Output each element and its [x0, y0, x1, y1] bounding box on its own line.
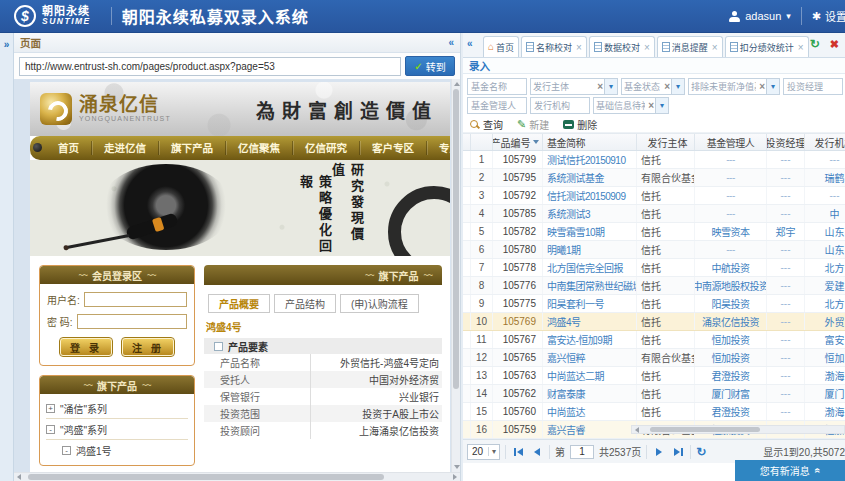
reload-grid-icon[interactable]: ↻: [696, 446, 706, 458]
fund-name-link[interactable]: 系统测试基金: [543, 169, 637, 186]
table-row[interactable]: 9105775阳昊套利一号信托阳昊投资---北方: [463, 295, 845, 313]
fund-name-link[interactable]: 中南集团常熟世纪磁城: [543, 277, 637, 294]
last-page-button[interactable]: [671, 445, 685, 459]
column-header[interactable]: 发行主体: [637, 134, 695, 150]
workspace-tab[interactable]: 消息提醒×: [657, 36, 723, 57]
page-size-select[interactable]: 20 ▾: [467, 444, 500, 460]
investment-manager-cell[interactable]: 郑宇: [767, 223, 805, 240]
issuing-institution-cell[interactable]: 中: [805, 205, 845, 222]
column-header[interactable]: 投资经理: [767, 134, 805, 150]
table-row[interactable]: 8105776中南集团常熟世纪磁城信托中南源地股权投资---爱建: [463, 277, 845, 295]
table-row[interactable]: 2105795系统测试基金有限合伙基金------瑞鹤: [463, 169, 845, 187]
expand-node-icon[interactable]: +: [46, 404, 55, 413]
collapse-panel-icon[interactable]: «: [448, 37, 454, 48]
grid-scroll-left-icon[interactable]: [635, 427, 639, 433]
issuing-institution-cell[interactable]: 山东: [805, 241, 845, 258]
site-nav-item[interactable]: 客户专区: [360, 141, 427, 155]
filter-input[interactable]: [467, 97, 527, 114]
search-toolbar-button[interactable]: 查询: [469, 117, 503, 132]
register-button[interactable]: 注 册: [122, 338, 174, 356]
workspace-tab[interactable]: 扣分绩效统计×: [725, 36, 809, 57]
table-row[interactable]: 10105769鸿盛4号信托涌泉亿信投资---外贸: [463, 313, 845, 331]
fund-name-link[interactable]: 中尚蓝达二期: [543, 367, 637, 384]
table-row[interactable]: 5105782映雪霜雪10期信托映雪资本郑宇山东: [463, 223, 845, 241]
combobox-input[interactable]: [689, 82, 758, 92]
column-header[interactable]: 产品编号: [493, 134, 543, 150]
tree-node[interactable]: +"涌信"系列: [46, 398, 188, 419]
site-nav-item[interactable]: 亿信聚焦: [226, 141, 293, 155]
fund-name-link[interactable]: 鸿盛4号: [543, 313, 637, 330]
detail-tab[interactable]: 产品概要: [208, 294, 270, 313]
next-page-button[interactable]: [652, 445, 666, 459]
table-row[interactable]: 1105799测试信托20150910信托---------: [463, 151, 845, 169]
column-header[interactable]: 发行机构: [805, 134, 845, 150]
combobox-arrow-icon[interactable]: ▾: [671, 79, 684, 94]
issuing-institution-cell[interactable]: 山东: [805, 223, 845, 240]
password-field[interactable]: [77, 314, 187, 329]
fund-name-link[interactable]: 嘉兴吉睿: [543, 421, 637, 438]
table-row[interactable]: 7105778北方国信完全回报信托中航投资---北方: [463, 259, 845, 277]
issuing-institution-cell[interactable]: 渤海: [805, 367, 845, 384]
detail-tab[interactable]: (申)认购流程: [340, 294, 419, 313]
close-tab-icon[interactable]: ✖: [830, 39, 839, 50]
user-menu[interactable]: adasun ▾: [729, 10, 791, 22]
fund-name-link[interactable]: 阳昊套利一号: [543, 295, 637, 312]
collapse-node-icon[interactable]: -: [62, 446, 71, 455]
workspace-tab[interactable]: 数据校对×: [589, 36, 655, 57]
workspace-tab[interactable]: 名称校对×: [521, 36, 587, 57]
page-number-input[interactable]: [570, 445, 594, 459]
issuing-institution-cell[interactable]: 厦门: [805, 385, 845, 402]
fund-manager-cell[interactable]: 君澄投资: [695, 367, 767, 384]
column-header[interactable]: 基金简称: [543, 134, 637, 150]
site-nav-item[interactable]: 专业服务: [427, 141, 450, 155]
vertical-scroll-thumb[interactable]: [453, 89, 459, 389]
fund-name-link[interactable]: 系统测试3: [543, 205, 637, 222]
fund-name-link[interactable]: 北方国信完全回报: [543, 259, 637, 276]
first-page-button[interactable]: [511, 445, 525, 459]
combobox-input[interactable]: [531, 82, 596, 92]
fund-name-link[interactable]: 映雪霜雪10期: [543, 223, 637, 240]
detail-tab[interactable]: 产品结构: [274, 294, 336, 313]
combobox-arrow-icon[interactable]: ▾: [766, 79, 779, 94]
issuing-institution-cell[interactable]: 渤海: [805, 403, 845, 420]
fund-manager-cell[interactable]: 君澄投资: [695, 403, 767, 420]
tab-close-icon[interactable]: ×: [712, 42, 718, 53]
horizontal-scroll-thumb[interactable]: [28, 474, 384, 480]
issuing-institution-cell[interactable]: 瑞鹤: [805, 169, 845, 186]
table-row[interactable]: 6105780明曦1期信托------山东: [463, 241, 845, 259]
fund-name-link[interactable]: 测试信托20150910: [543, 151, 637, 168]
tree-node[interactable]: -"鸿盛"系列: [46, 419, 188, 440]
issuing-institution-cell[interactable]: 北方: [805, 295, 845, 312]
pencil-toolbar-button[interactable]: ✎新建: [517, 117, 549, 132]
browser-horizontal-scrollbar[interactable]: [14, 472, 460, 481]
clear-icon[interactable]: ×: [758, 81, 766, 92]
fund-name-link[interactable]: 财富泰康: [543, 385, 637, 402]
table-row[interactable]: 15105760中尚蓝达信托君澄投资---渤海: [463, 403, 845, 421]
clear-icon[interactable]: ×: [596, 81, 604, 92]
issuing-institution-cell[interactable]: 外贸: [805, 313, 845, 330]
filter-input[interactable]: [783, 78, 843, 95]
prev-page-button[interactable]: [530, 445, 544, 459]
tab-close-icon[interactable]: ×: [576, 42, 582, 53]
fund-manager-cell[interactable]: 阳昊投资: [695, 295, 767, 312]
fund-name-link[interactable]: 明曦1期: [543, 241, 637, 258]
combobox-arrow-icon[interactable]: ▾: [655, 98, 668, 113]
site-nav-item[interactable]: 首页: [46, 141, 92, 155]
fund-manager-cell[interactable]: 中南源地股权投资: [695, 277, 767, 294]
issuing-institution-cell[interactable]: 恒加: [805, 349, 845, 366]
fund-name-link[interactable]: 信托测试20150909: [543, 187, 637, 204]
collapse-node-icon[interactable]: -: [46, 425, 55, 434]
grid-horizontal-scrollbar[interactable]: [631, 425, 845, 434]
checkbox-icon[interactable]: [214, 342, 223, 351]
collapse-workspace-icon[interactable]: «: [467, 38, 473, 49]
filter-input[interactable]: [530, 97, 590, 114]
expand-panel-icon[interactable]: »: [0, 39, 13, 50]
refresh-tab-icon[interactable]: ↻: [810, 38, 820, 50]
tab-close-icon[interactable]: ×: [644, 42, 650, 53]
clear-icon[interactable]: ×: [647, 100, 655, 111]
fund-manager-cell[interactable]: 中航投资: [695, 259, 767, 276]
go-button[interactable]: ✓ 转到: [405, 56, 455, 76]
tab-close-icon[interactable]: ×: [798, 42, 804, 53]
fund-manager-cell[interactable]: 恒加投资: [695, 349, 767, 366]
column-header[interactable]: 基金管理人: [695, 134, 767, 150]
